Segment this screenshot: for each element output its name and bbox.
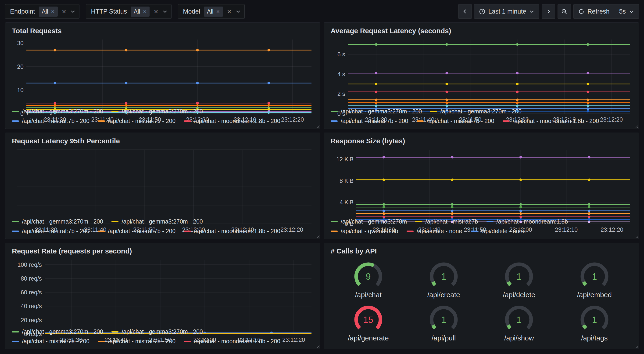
gauge-label: /api/chat [355, 291, 382, 299]
data-point [520, 156, 522, 159]
filter-label: Model [183, 8, 200, 15]
gauge-label: /api/tags [581, 334, 608, 342]
legend-item[interactable]: /api/delete - none [470, 228, 526, 234]
chevron-down-icon[interactable] [236, 9, 241, 14]
filter-chip[interactable]: All × [204, 7, 223, 17]
legend-label: /api/chat - mistral:7b - 200 [108, 118, 176, 124]
filter-clear-icon[interactable]: × [227, 8, 232, 15]
legend-item[interactable]: /api/chat - gemma3:270m - 200 [331, 108, 422, 115]
legend-item[interactable]: /api/chat - mistral:7b - 200 [417, 118, 494, 124]
data-point [125, 49, 128, 52]
chevron-down-icon[interactable] [70, 9, 76, 14]
legend-marker-icon [98, 341, 105, 342]
legend-item[interactable]: /api/chat - moondream:1.8b - 200 [184, 228, 280, 234]
gauge-label: /api/generate [348, 334, 389, 342]
filter-chip[interactable]: All × [130, 7, 150, 17]
legend-item[interactable]: /api/create - none [406, 228, 462, 234]
gauge-arc: 1 [574, 303, 614, 334]
legend-item[interactable]: /api/chat - mistral:7b - 200 [12, 228, 90, 234]
chip-remove-icon[interactable]: × [51, 9, 54, 15]
data-point [516, 102, 518, 104]
legend-label: /api/chat - moondream:1.8b - 200 [194, 118, 280, 124]
legend-row: /api/chat - mistral:7b - 200/api/chat - … [12, 116, 316, 126]
gauge-label: /api/show [504, 334, 534, 342]
panel-resize-handle[interactable] [634, 124, 638, 128]
legend-label: /api/chat - gemma3:270m - 200 [122, 328, 202, 335]
data-point [586, 91, 589, 93]
legend-marker-icon [112, 331, 118, 332]
legend-label: /api/chat - moondream:1.8b [496, 218, 568, 225]
panel-title[interactable]: Response Size (bytes) [328, 135, 634, 147]
legend-item[interactable]: /api/chat - mistral:7b - 200 [12, 118, 90, 124]
legend-label: /api/chat - gemma3:270m - 200 [122, 218, 202, 225]
legend-item[interactable]: /api/chat - moondream:1.8b [486, 218, 568, 225]
chart-total-requests[interactable]: 23:11:3023:11:4023:11:5023:12:0023:12:10… [10, 37, 316, 105]
legend-item[interactable]: /api/chat - gemma3:270m - 200 [112, 218, 202, 225]
chart-average-request-latency[interactable]: 23:11:3023:11:4023:11:5023:12:0023:12:10… [328, 37, 634, 105]
panel-resize-handle[interactable] [316, 234, 320, 238]
refresh-interval-value: 5s [619, 8, 626, 15]
legend-item[interactable]: /api/chat - qwen3:0.6b [331, 228, 398, 234]
chart-request-rate[interactable]: 23:11:3023:11:4023:11:5023:12:0023:12:10… [10, 257, 316, 325]
dashboard-toolbar: Endpoint All × × HTTP Status All × × Mod… [0, 0, 644, 23]
time-range-picker[interactable]: Last 1 minute [474, 4, 539, 19]
legend-label: /api/chat - mistral:7b - 200 [427, 118, 494, 124]
chip-remove-icon[interactable]: × [216, 9, 220, 15]
panel-title[interactable]: Request Rate (requests per second) [10, 245, 316, 257]
legend-item[interactable]: /api/chat - gemma3:270m - 200 [12, 328, 103, 335]
legend-item[interactable]: /api/chat - mistral:7b - 200 [331, 118, 408, 124]
legend-label: /api/chat - gemma3:270m - 200 [122, 108, 202, 115]
data-point [588, 178, 590, 181]
data-point [520, 203, 522, 206]
data-point [520, 178, 522, 181]
panel-resize-handle[interactable] [634, 234, 638, 238]
time-shift-forward-button[interactable] [542, 4, 555, 19]
time-shift-back-button[interactable] [458, 4, 472, 19]
legend-item[interactable]: /api/chat - gemma3:270m - 200 [112, 328, 202, 335]
data-point [446, 91, 448, 93]
legend-item[interactable]: /api/chat - gemma3:270m - 200 [430, 108, 521, 115]
panel-title[interactable]: # Calls by API [328, 245, 634, 257]
chevron-down-icon[interactable] [162, 9, 168, 14]
chart-response-size[interactable]: 23:11:3023:11:4023:11:5023:12:0023:12:10… [328, 147, 634, 215]
panel-title[interactable]: Request Latency 95th Percentile [10, 135, 316, 147]
refresh-interval-picker[interactable]: 5s [614, 4, 639, 19]
filter-clear-icon[interactable]: × [153, 8, 159, 15]
clock-icon [479, 9, 485, 15]
legend-row: /api/chat - mistral:7b - 200/api/chat - … [12, 226, 316, 236]
gauge-arc: 1 [499, 260, 539, 291]
legend-item[interactable]: /api/chat - moondream:1.8b - 200 [184, 118, 280, 124]
chart-request-latency-95th[interactable]: 23:11:3023:11:4023:11:5023:12:0023:12:10… [10, 147, 316, 215]
legend-item[interactable]: /api/chat - gemma3:270m [331, 218, 407, 225]
filter-chip-value: All [134, 8, 140, 15]
panel-title[interactable]: Total Requests [10, 25, 316, 37]
chip-remove-icon[interactable]: × [143, 9, 146, 15]
data-point [588, 203, 590, 206]
legend-item[interactable]: /api/chat - mistral:7b - 200 [98, 228, 176, 234]
legend-item[interactable]: /api/chat - gemma3:270m - 200 [12, 218, 103, 225]
panel-resize-handle[interactable] [634, 345, 638, 348]
zoom-out-button[interactable] [558, 4, 571, 19]
panel-title[interactable]: Average Request Latency (seconds) [328, 25, 634, 37]
y-tick-label: 20 [17, 63, 24, 70]
panel-grid: Total Requests 23:11:3023:11:4023:11:502… [0, 23, 644, 353]
legend: /api/chat - gemma3:270m/api/chat - mistr… [328, 215, 634, 236]
filter-model: Model All × × [178, 4, 245, 19]
refresh-button[interactable]: Refresh [574, 4, 614, 19]
legend-item[interactable]: /api/chat - moondream:1.8b - 200 [184, 338, 280, 345]
filter-chip[interactable]: All × [39, 7, 58, 17]
filter-clear-icon[interactable]: × [62, 8, 67, 15]
legend-item[interactable]: /api/chat - mistral:7b - 200 [12, 338, 90, 345]
data-point [588, 209, 590, 212]
panel-resize-handle[interactable] [316, 345, 320, 348]
panel-resize-handle[interactable] [316, 124, 320, 128]
legend-marker-icon [12, 331, 19, 332]
legend-marker-icon [98, 120, 105, 122]
legend-item[interactable]: /api/chat - mistral:7b - 200 [98, 118, 176, 124]
legend-item[interactable]: /api/chat - gemma3:270m - 200 [112, 108, 202, 115]
y-tick-label: 10 [17, 87, 24, 93]
legend-item[interactable]: /api/chat - gemma3:270m - 200 [12, 108, 103, 115]
legend-item[interactable]: /api/chat - mistral:7b [415, 218, 478, 225]
legend-item[interactable]: /api/chat - mistral:7b - 200 [98, 338, 176, 345]
legend-item[interactable]: /api/chat - moondream:1.8b - 200 [503, 118, 599, 124]
